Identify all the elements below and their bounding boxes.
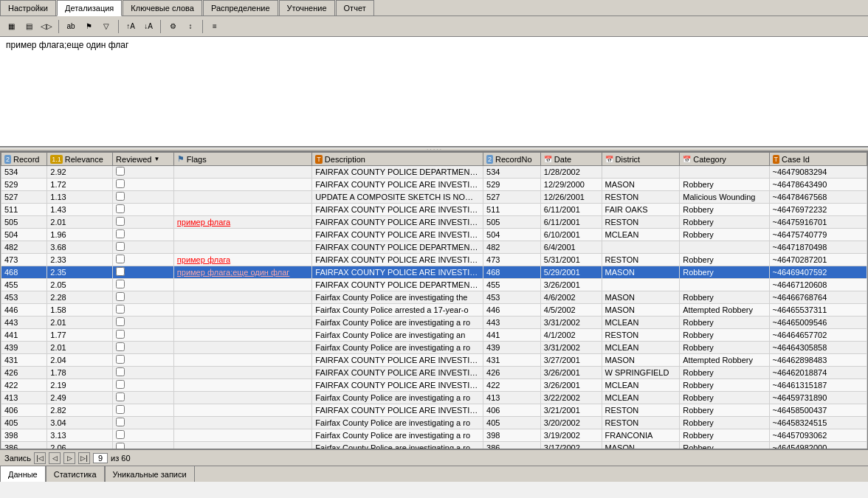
table-row[interactable]: 5041.96FAIRFAX COUNTY POLICE ARE INVESTI… — [1, 229, 867, 241]
reviewed-checkbox[interactable] — [116, 355, 125, 364]
toolbar-btn-↓A[interactable]: ↓A — [140, 18, 156, 35]
toolbar-btn-▦[interactable]: ▦ — [3, 18, 19, 35]
reviewed-checkbox[interactable] — [116, 380, 125, 389]
reviewed-checkbox[interactable] — [116, 267, 125, 276]
bottom-tab-data[interactable]: Данные — [0, 466, 46, 482]
reviewed-checkbox[interactable] — [116, 305, 125, 314]
nav-first-btn[interactable]: |◁ — [34, 452, 46, 464]
reviewed-checkbox[interactable] — [116, 418, 125, 426]
reviewed-checkbox[interactable] — [116, 392, 125, 401]
cell-relevance: 1.13 — [47, 191, 113, 204]
table-row[interactable]: 4461.58Fairfax County Police arrested a … — [1, 304, 867, 317]
recordno-col-icon: 2 — [486, 155, 493, 164]
col-reviewed[interactable]: Reviewed ▼ — [113, 153, 174, 166]
table-row[interactable]: 5052.01пример флагаFAIRFAX COUNTY POLICE… — [1, 216, 867, 229]
reviewed-checkbox[interactable] — [116, 192, 125, 201]
nav-next-btn[interactable]: ▷ — [63, 452, 75, 464]
col-flags[interactable]: ⚑ Flags — [173, 153, 312, 166]
bottom-tab-unique[interactable]: Уникальные записи — [105, 466, 195, 482]
table-row[interactable]: 3862.06Fairfax County Police are investi… — [1, 442, 867, 450]
table-row[interactable]: 4432.01Fairfax County Police are investi… — [1, 317, 867, 329]
reviewed-checkbox[interactable] — [116, 255, 125, 263]
cell-caseid: ~46476972232 — [769, 204, 867, 216]
cell-district: MASON — [602, 179, 680, 191]
table-row[interactable]: 4222.19FAIRFAX COUNTY POLICE ARE INVESTI… — [1, 379, 867, 392]
reviewed-checkbox[interactable] — [116, 317, 125, 326]
reviewed-checkbox[interactable] — [116, 179, 125, 188]
cell-date: 5/31/2001 — [540, 254, 602, 266]
reviewed-checkbox[interactable] — [116, 430, 125, 439]
table-row[interactable]: 5271.13UPDATE A COMPOSITE SKETCH IS NOW … — [1, 191, 867, 204]
toolbar-btn-▤[interactable]: ▤ — [21, 18, 37, 35]
reviewed-checkbox[interactable] — [116, 242, 125, 251]
table-row[interactable]: 5342.92FAIRFAX COUNTY POLICE DEPARTMENT,… — [1, 166, 867, 179]
table-row[interactable]: 4732.33пример флагаFAIRFAX COUNTY POLICE… — [1, 254, 867, 266]
cell-reviewed — [113, 179, 174, 191]
bottom-tab-statistics[interactable]: Статистика — [46, 466, 105, 482]
cell-category: Robbery — [680, 379, 769, 392]
toolbar-btn-⚑[interactable]: ⚑ — [80, 18, 97, 35]
col-relevance[interactable]: 1.1 Relevance — [47, 153, 113, 166]
toolbar-btn-⚙[interactable]: ⚙ — [165, 18, 181, 35]
table-row[interactable]: 4532.28Fairfax County Police are investi… — [1, 291, 867, 304]
cell-flags — [173, 392, 312, 404]
toolbar-sep-3 — [202, 20, 203, 33]
tab-otchet[interactable]: Отчет — [336, 0, 374, 15]
table-row[interactable]: 5291.72FAIRFAX COUNTY POLICE ARE INVESTI… — [1, 179, 867, 191]
tab-detalizacia[interactable]: Детализация — [57, 0, 122, 16]
reviewed-checkbox[interactable] — [116, 204, 125, 213]
reviewed-checkbox[interactable] — [116, 229, 125, 238]
reviewed-checkbox[interactable] — [116, 292, 125, 301]
table-row[interactable]: 3983.13Fairfax County Police are investi… — [1, 429, 867, 442]
table-row[interactable]: 4261.78FAIRFAX COUNTY POLICE ARE INVESTI… — [1, 367, 867, 379]
tab-utochnenie[interactable]: Уточнение — [279, 0, 335, 15]
table-row[interactable]: 5111.43FAIRFAX COUNTY POLICE ARE INVESTI… — [1, 204, 867, 216]
toolbar-btn-◁▷[interactable]: ◁▷ — [38, 18, 55, 35]
table-row[interactable]: 4132.49Fairfax County Police are investi… — [1, 392, 867, 404]
table-row[interactable]: 4062.82FAIRFAX COUNTY POLICE ARE INVESTI… — [1, 404, 867, 417]
col-record[interactable]: 2 Record — [1, 153, 47, 166]
toolbar-btn-↕[interactable]: ↕ — [182, 18, 199, 35]
table-row[interactable]: 4392.01Fairfax County Police are investi… — [1, 342, 867, 354]
cell-category: Robbery — [680, 216, 769, 229]
reviewed-checkbox[interactable] — [116, 367, 125, 376]
reviewed-checkbox[interactable] — [116, 217, 125, 226]
reviewed-checkbox[interactable] — [116, 405, 125, 414]
tab-klyuchevye[interactable]: Ключевые слова — [123, 0, 202, 15]
nav-prev-btn[interactable]: ◁ — [49, 452, 61, 464]
reviewed-checkbox[interactable] — [116, 280, 125, 288]
reviewed-checkbox[interactable] — [116, 330, 125, 339]
table-row[interactable]: 4411.77Fairfax County Police are investi… — [1, 329, 867, 342]
reviewed-checkbox[interactable] — [116, 167, 125, 176]
reviewed-dropdown-icon[interactable]: ▼ — [154, 156, 159, 162]
toolbar: ▦▤◁▷ab⚑▽↑A↓A⚙↕≡ — [0, 16, 868, 37]
reviewed-checkbox[interactable] — [116, 342, 125, 351]
toolbar-btn-≡[interactable]: ≡ — [207, 18, 223, 35]
table-row[interactable]: 4312.04FAIRFAX COUNTY POLICE ARE INVESTI… — [1, 354, 867, 367]
toolbar-btn-▽[interactable]: ▽ — [98, 18, 114, 35]
toolbar-btn-↑A[interactable]: ↑A — [123, 18, 139, 35]
col-recordno[interactable]: 2 RecordNo — [483, 153, 541, 166]
flag-display-text: пример флага;еще один флаг — [6, 40, 128, 50]
nav-last-btn[interactable]: ▷| — [78, 452, 90, 464]
cell-recordno: 406 — [483, 404, 541, 417]
toolbar-btn-ab[interactable]: ab — [63, 18, 79, 35]
cell-flags: пример флага — [173, 254, 312, 266]
tab-nastroyki[interactable]: Настройки — [0, 0, 56, 15]
table-row[interactable]: 4552.05FAIRFAX COUNTY POLICE DEPARTMENT,… — [1, 279, 867, 291]
table-row[interactable]: 4682.35пример флага;еще один флагFAIRFAX… — [1, 266, 867, 279]
cell-recordno: 473 — [483, 254, 541, 266]
col-description[interactable]: T Description — [312, 153, 483, 166]
reviewed-checkbox[interactable] — [116, 443, 125, 449]
tab-raspredelenie[interactable]: Распределение — [203, 0, 278, 15]
table-row[interactable]: 4053.04Fairfax County Police are investi… — [1, 417, 867, 429]
col-district[interactable]: 📅 District — [602, 153, 680, 166]
table-row[interactable]: 4823.68FAIRFAX COUNTY POLICE DEPARTMENT,… — [1, 241, 867, 254]
cell-district: MASON — [602, 291, 680, 304]
cell-record: 527 — [1, 191, 47, 204]
col-date[interactable]: 📅 Date — [540, 153, 602, 166]
cell-flags — [173, 404, 312, 417]
data-table-container[interactable]: 2 Record 1.1 Relevance R — [0, 151, 868, 449]
col-category[interactable]: 📅 Category — [680, 153, 769, 166]
col-caseid[interactable]: T Case Id — [769, 153, 867, 166]
